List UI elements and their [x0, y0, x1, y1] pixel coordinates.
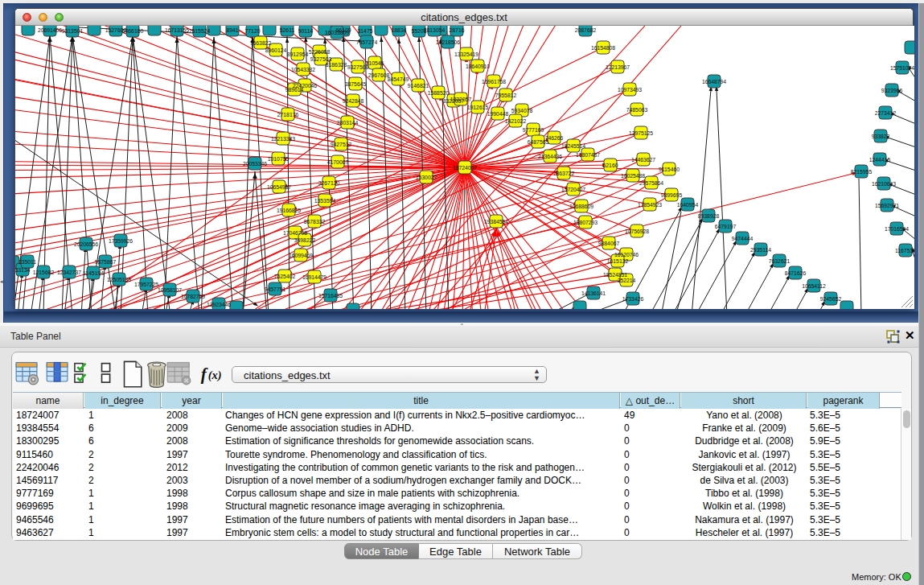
svg-text:335011: 335011	[18, 259, 36, 265]
svg-text:16713155: 16713155	[165, 27, 189, 33]
svg-text:20691406: 20691406	[38, 27, 62, 33]
svg-text:9327503: 9327503	[310, 56, 332, 62]
svg-text:15720407: 15720407	[561, 187, 585, 192]
svg-text:17957225: 17957225	[134, 282, 158, 287]
svg-text:6487565: 6487565	[528, 139, 549, 145]
svg-text:1353594: 1353594	[314, 198, 336, 204]
svg-text:10958107: 10958107	[158, 287, 182, 293]
svg-text:5934078: 5934078	[511, 108, 533, 113]
svg-text:2935114: 2935114	[750, 247, 771, 253]
svg-text:16033809: 16033809	[325, 30, 349, 35]
svg-text:12342737: 12342737	[57, 270, 81, 275]
svg-text:21364436: 21364436	[538, 154, 562, 159]
svg-text:10025488: 10025488	[621, 173, 645, 179]
svg-text:18807293: 18807293	[573, 220, 598, 225]
svg-text:7485063: 7485063	[626, 107, 648, 113]
svg-text:5226058: 5226058	[309, 49, 331, 55]
svg-text:14463627: 14463627	[631, 157, 655, 163]
svg-text:2967608: 2967608	[368, 72, 390, 78]
svg-text:15716485: 15716485	[318, 293, 343, 299]
svg-text:1615132: 1615132	[607, 258, 629, 264]
svg-text:9427512: 9427512	[331, 142, 352, 147]
svg-text:7955812: 7955812	[495, 93, 517, 98]
svg-text:19218506: 19218506	[436, 39, 460, 45]
svg-text:8960124: 8960124	[265, 47, 287, 53]
svg-text:16154808: 16154808	[591, 45, 615, 51]
svg-text:10688609: 10688609	[569, 204, 593, 209]
svg-text:1588520: 1588520	[428, 90, 450, 96]
svg-text:18834: 18834	[392, 27, 407, 33]
svg-text:1322057: 1322057	[450, 97, 472, 102]
svg-text:2273412: 2273412	[875, 110, 897, 116]
svg-text:8912954: 8912954	[287, 51, 309, 57]
svg-text:1912615: 1912615	[467, 105, 489, 110]
svg-text:(x): (x)	[208, 369, 222, 382]
svg-text:f: f	[201, 365, 208, 384]
svg-text:33134: 33134	[15, 267, 31, 273]
svg-text:3267130: 3267130	[318, 180, 340, 186]
svg-text:1215682: 1215682	[33, 270, 55, 275]
svg-text:10756928: 10756928	[625, 229, 649, 234]
svg-text:8938928: 8938928	[698, 213, 720, 219]
svg-text:20206556: 20206556	[74, 241, 98, 247]
svg-text:17854923: 17854923	[638, 202, 662, 208]
svg-text:28716: 28716	[450, 27, 465, 33]
svg-text:16782759: 16782759	[181, 294, 205, 299]
svg-text:9245652: 9245652	[820, 296, 842, 302]
svg-text:14136141: 14136141	[581, 290, 606, 296]
svg-text:15751074: 15751074	[890, 65, 914, 71]
svg-text:1990448: 1990448	[487, 111, 509, 117]
svg-text:16914479: 16914479	[302, 274, 326, 280]
svg-text:7625402: 7625402	[274, 274, 296, 279]
svg-text:12213383: 12213383	[271, 136, 295, 142]
svg-text:10654112: 10654112	[802, 283, 826, 289]
svg-text:12505135: 12505135	[107, 277, 131, 282]
svg-text:9323966: 9323966	[881, 88, 903, 93]
svg-text:90114: 90114	[298, 28, 314, 34]
svg-text:8941: 8941	[226, 27, 238, 33]
svg-text:3875645: 3875645	[345, 81, 367, 87]
svg-text:19166825: 19166825	[277, 208, 301, 213]
svg-text:8678332: 8678332	[304, 219, 326, 225]
svg-text:1010755: 1010755	[268, 156, 290, 162]
svg-text:1244415: 1244415	[869, 157, 891, 163]
svg-text:10543382: 10543382	[291, 67, 315, 72]
svg-text:1421022: 1421022	[505, 118, 527, 124]
svg-text:31475: 31475	[358, 28, 373, 34]
svg-text:9474444: 9474444	[732, 236, 754, 241]
svg-text:1733426: 1733426	[622, 296, 644, 302]
svg-text:2718176: 2718176	[277, 112, 299, 117]
svg-text:16210643: 16210643	[872, 181, 896, 187]
svg-text:8813054: 8813054	[424, 27, 446, 33]
svg-text:6466160: 6466160	[122, 28, 144, 34]
svg-text:12923446: 12923446	[207, 302, 231, 307]
svg-text:9146821: 9146821	[408, 83, 429, 89]
svg-text:18245514: 18245514	[561, 143, 585, 149]
svg-text:8454749: 8454749	[388, 76, 409, 82]
svg-text:19384554: 19384554	[484, 219, 508, 225]
svg-text:52611: 52611	[280, 27, 295, 33]
svg-text:12975125: 12975125	[629, 130, 653, 136]
svg-text:16099469: 16099469	[289, 253, 313, 258]
svg-text:17016504: 17016504	[885, 226, 909, 232]
svg-text:9777169: 9777169	[523, 127, 544, 133]
svg-text:1530027: 1530027	[416, 175, 437, 180]
svg-text:6479197: 6479197	[715, 224, 737, 229]
svg-text:933822: 933822	[872, 134, 890, 139]
svg-text:20053346: 20053346	[243, 161, 267, 167]
svg-text:9457791: 9457791	[265, 286, 286, 292]
svg-text:18724007: 18724007	[453, 165, 477, 171]
svg-text:252214: 252214	[618, 278, 636, 283]
svg-text:210546: 210546	[366, 60, 384, 66]
svg-text:18640910: 18640910	[466, 64, 490, 69]
svg-text:16961758: 16961758	[482, 79, 506, 84]
svg-text:10807487: 10807487	[576, 152, 600, 158]
svg-text:15692971: 15692971	[875, 203, 899, 208]
svg-text:9375867: 9375867	[95, 259, 117, 265]
svg-text:8186328: 8186328	[326, 62, 347, 68]
svg-text:9313501: 9313501	[62, 28, 84, 34]
svg-text:7663822: 7663822	[250, 40, 272, 46]
svg-text:16120746: 16120746	[614, 252, 639, 257]
svg-text:989614: 989614	[285, 87, 304, 93]
svg-text:4170067: 4170067	[327, 159, 349, 165]
